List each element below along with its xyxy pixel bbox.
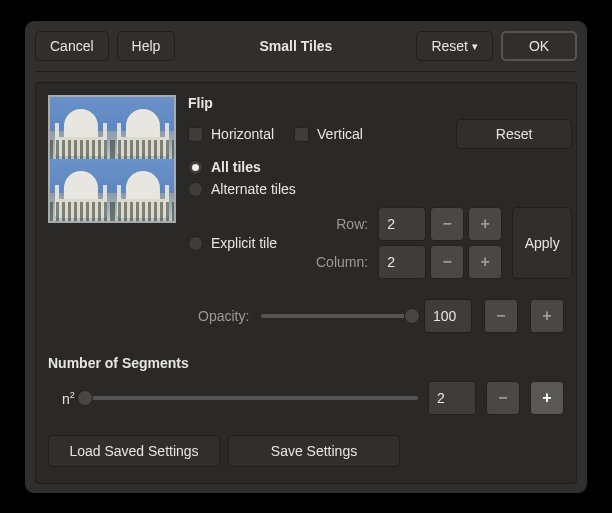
column-label: Column: (316, 254, 374, 270)
horizontal-label: Horizontal (211, 126, 274, 142)
row-label: Row: (316, 216, 374, 232)
radio-dot (188, 236, 203, 251)
explicit-tile-radio[interactable]: Explicit tile (188, 235, 277, 251)
segments-title: Number of Segments (48, 355, 564, 371)
segments-minus-button[interactable]: − (486, 381, 520, 415)
radio-dot (188, 160, 203, 175)
apply-button[interactable]: Apply (512, 207, 572, 279)
flip-reset-button[interactable]: Reset (456, 119, 572, 149)
segments-plus-button[interactable]: + (530, 381, 564, 415)
chevron-down-icon: ▾ (472, 40, 478, 53)
vertical-label: Vertical (317, 126, 363, 142)
opacity-slider[interactable] (261, 314, 412, 318)
radio-dot (188, 182, 203, 197)
opacity-input[interactable] (424, 299, 472, 333)
checkbox-box (294, 127, 309, 142)
row-minus-button[interactable]: − (430, 207, 464, 241)
content-panel: Flip Horizontal Vertical Reset (35, 82, 577, 484)
n-squared-label: n2 (48, 390, 75, 407)
opacity-label: Opacity: (198, 308, 249, 324)
help-button[interactable]: Help (117, 31, 176, 61)
vertical-checkbox[interactable]: Vertical (294, 126, 363, 142)
load-settings-button[interactable]: Load Saved Settings (48, 435, 220, 467)
opacity-minus-button[interactable]: − (484, 299, 518, 333)
alternate-tiles-radio[interactable]: Alternate tiles (188, 181, 296, 197)
segments-slider[interactable] (85, 396, 418, 400)
header-bar: Cancel Help Small Tiles Reset ▾ OK (35, 31, 577, 72)
segments-slider-thumb[interactable] (77, 390, 93, 406)
column-plus-button[interactable]: + (468, 245, 502, 279)
preview-thumbnail (48, 95, 176, 223)
alternate-tiles-label: Alternate tiles (211, 181, 296, 197)
column-input[interactable] (378, 245, 426, 279)
row-plus-button[interactable]: + (468, 207, 502, 241)
opacity-slider-thumb[interactable] (404, 308, 420, 324)
flip-section-title: Flip (188, 95, 572, 111)
horizontal-checkbox[interactable]: Horizontal (188, 126, 274, 142)
dialog-title: Small Tiles (183, 38, 408, 54)
checkbox-box (188, 127, 203, 142)
column-minus-button[interactable]: − (430, 245, 464, 279)
segments-input[interactable] (428, 381, 476, 415)
reset-dropdown-button[interactable]: Reset ▾ (416, 31, 493, 61)
all-tiles-radio[interactable]: All tiles (188, 159, 261, 175)
explicit-tile-label: Explicit tile (211, 235, 277, 251)
ok-button[interactable]: OK (501, 31, 577, 61)
save-settings-button[interactable]: Save Settings (228, 435, 400, 467)
reset-label: Reset (431, 38, 468, 54)
all-tiles-label: All tiles (211, 159, 261, 175)
row-input[interactable] (378, 207, 426, 241)
dialog-window: Cancel Help Small Tiles Reset ▾ OK Flip … (25, 21, 587, 493)
cancel-button[interactable]: Cancel (35, 31, 109, 61)
opacity-plus-button[interactable]: + (530, 299, 564, 333)
